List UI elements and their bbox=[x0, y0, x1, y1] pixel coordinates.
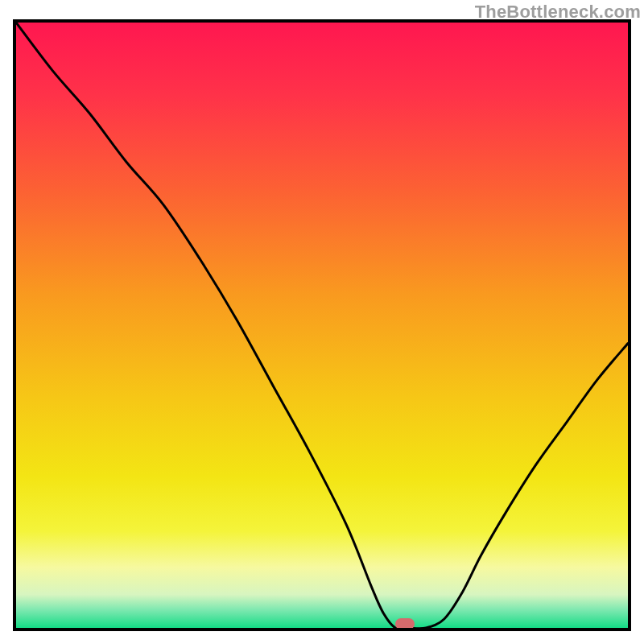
watermark-text: TheBottleneck.com bbox=[475, 2, 641, 23]
chart-root: TheBottleneck.com bbox=[0, 0, 644, 644]
optimal-point-marker bbox=[395, 618, 415, 630]
bottleneck-curve bbox=[16, 23, 628, 628]
curve-layer bbox=[16, 23, 628, 628]
plot-area bbox=[13, 19, 631, 631]
